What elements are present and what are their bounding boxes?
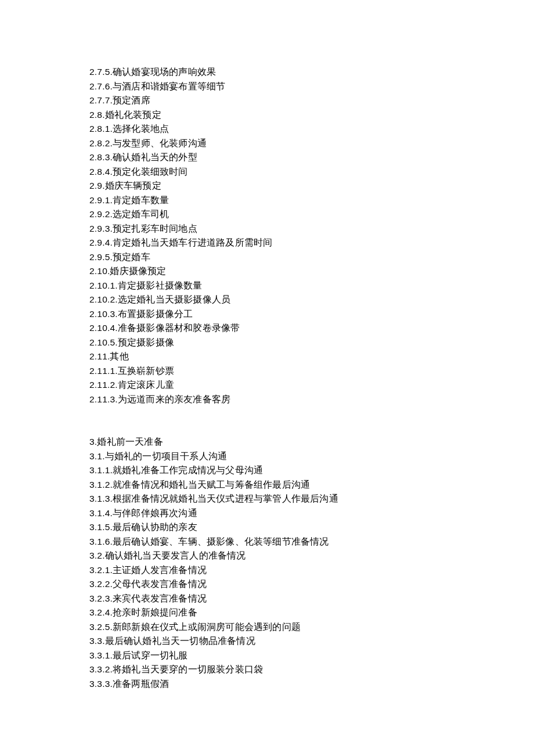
outline-item: 2.9.婚庆车辆预定 [89, 179, 534, 193]
outline-item: 3.2.2.父母代表发言准备情况 [89, 577, 534, 592]
outline-item: 2.11.3.为远道而来的亲友准备客房 [89, 393, 534, 407]
outline-item: 3.1.1.就婚礼准备工作完成情况与父母沟通 [89, 463, 534, 478]
outline-item: 3.2.4.抢亲时新娘提问准备 [89, 606, 534, 620]
outline-item: 3.1.3.根据准备情况就婚礼当天仪式进程与掌管人作最后沟通 [89, 492, 534, 506]
outline-item: 3.1.4.与伴郎伴娘再次沟通 [89, 506, 534, 521]
outline-item: 3.3.2.将婚礼当天要穿的一切服装分装口袋 [89, 663, 534, 677]
outline-item: 3.1.5.最后确认协助的亲友 [89, 520, 534, 535]
outline-item: 3.2.5.新郎新娘在仪式上或闹洞房可能会遇到的问题 [89, 620, 534, 635]
outline-item: 3.1.6.最后确认婚宴、车辆、摄影像、化装等细节准备情况 [89, 535, 534, 549]
outline-item: 2.11.其他 [89, 350, 534, 364]
outline-item: 3.2.3.来宾代表发言准备情况 [89, 592, 534, 606]
outline-item: 2.10.婚庆摄像预定 [89, 264, 534, 279]
outline-item: 2.8.3.确认婚礼当天的外型 [89, 150, 534, 165]
outline-item: 2.9.4.肯定婚礼当天婚车行进道路及所需时间 [89, 236, 534, 250]
outline-item: 2.10.3.布置摄影摄像分工 [89, 307, 534, 322]
outline-item: 2.10.2.选定婚礼当天摄影摄像人员 [89, 293, 534, 307]
outline-item: 2.7.7.预定酒席 [89, 93, 534, 108]
outline-item: 2.9.5.预定婚车 [89, 250, 534, 265]
outline-item: 2.9.1.肯定婚车数量 [89, 193, 534, 208]
outline-item: 3.1.与婚礼的一切项目干系人沟通 [89, 449, 534, 464]
outline-item: 3.3.1.最后试穿一切礼服 [89, 649, 534, 663]
outline-item: 2.10.5.预定摄影摄像 [89, 336, 534, 350]
outline-item: 3.1.2.就准备情况和婚礼当天赋工与筹备组作最后沟通 [89, 478, 534, 492]
outline-item: 2.11.2.肯定滚床儿童 [89, 378, 534, 393]
outline-item: 2.10.4.准备摄影像器材和胶卷录像带 [89, 321, 534, 336]
outline-item: 3.2.1.主证婚人发言准备情况 [89, 563, 534, 578]
outline-item: 2.11.1.互换崭新钞票 [89, 364, 534, 379]
outline-item: 2.8.4.预定化装细致时间 [89, 165, 534, 179]
outline-item: 3.3.3.准备两瓶假酒 [89, 677, 534, 692]
document-page: 2.7.5.确认婚宴现场的声响效果 2.7.6.与酒店和谐婚宴布置等细节 2.7… [0, 0, 534, 691]
outline-item: 2.7.6.与酒店和谐婚宴布置等细节 [89, 80, 534, 94]
outline-item: 3.2.确认婚礼当天要发言人的准备情况 [89, 549, 534, 563]
outline-item: 2.9.3.预定扎彩车时间地点 [89, 222, 534, 236]
outline-item: 2.8.婚礼化装预定 [89, 108, 534, 123]
outline-item: 2.8.1.选择化装地点 [89, 122, 534, 136]
section-gap [89, 406, 534, 435]
outline-item: 2.7.5.确认婚宴现场的声响效果 [89, 65, 534, 80]
outline-item: 2.10.1.肯定摄影社摄像数量 [89, 279, 534, 293]
outline-item: 2.9.2.选定婚车司机 [89, 207, 534, 222]
outline-item: 3.婚礼前一天准备 [89, 435, 534, 449]
outline-item: 3.3.最后确认婚礼当天一切物品准备情况 [89, 634, 534, 649]
outline-item: 2.8.2.与发型师、化装师沟通 [89, 136, 534, 151]
